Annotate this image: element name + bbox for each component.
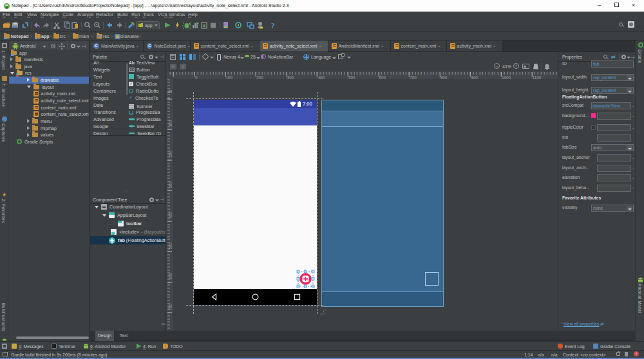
svg-text:?: ?: [271, 21, 275, 29]
svg-text:app: app: [145, 23, 153, 28]
